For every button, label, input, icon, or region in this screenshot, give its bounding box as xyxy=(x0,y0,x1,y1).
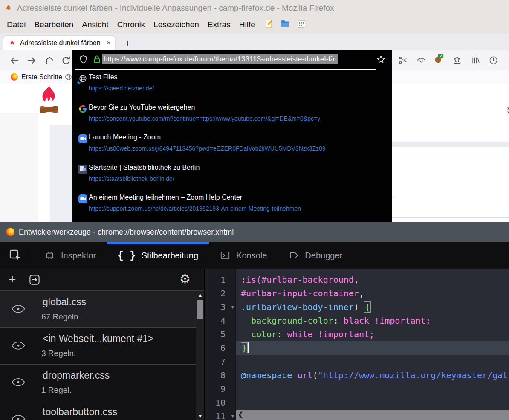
scroll-left-icon[interactable]: ❮ xyxy=(238,411,243,418)
bookmark-item[interactable]: Erste Schritte xyxy=(11,73,62,81)
line-number: 4 xyxy=(205,314,236,327)
cookie-consent-icon[interactable] xyxy=(434,54,444,64)
devtools-tab-konsole[interactable]: Konsole xyxy=(209,242,278,269)
screenshot-scissors-icon[interactable] xyxy=(398,55,408,65)
url-suggestion-row[interactable]: Startseite | Staatsbibliothek zu Berlinh… xyxy=(72,163,392,193)
camp-firefox-logo[interactable] xyxy=(37,84,61,119)
eye-visibility-icon[interactable] xyxy=(11,377,26,388)
urlbar[interactable]: https://www.camp-firefox.de/forum/thema/… xyxy=(72,50,392,69)
forward-icon[interactable] xyxy=(26,55,37,66)
history-clock-icon[interactable] xyxy=(489,55,498,65)
new-tab-button[interactable]: + xyxy=(121,37,134,49)
url-suggestion-row[interactable]: An einem Meeting teilnehmen – Zoom Help … xyxy=(72,193,392,223)
devtools-tab-inspektor[interactable]: Inspektor xyxy=(34,242,107,269)
back-icon[interactable] xyxy=(9,55,20,66)
devtools-window-title: Entwicklerwerkzeuge - chrome://browser/c… xyxy=(19,228,234,237)
globe-bookmark-icon: ★ xyxy=(78,74,87,83)
suggestion-url: https://us06web.zoom.us/j/84947113456?pw… xyxy=(89,145,326,152)
suggestion-url: https://consent.youtube.com/m?continue=h… xyxy=(89,115,320,122)
code-line[interactable]: 9 xyxy=(205,382,509,396)
menu-item-ansicht[interactable]: Ansicht xyxy=(78,18,113,31)
code-line[interactable]: 7 xyxy=(205,355,509,368)
line-number: 9 xyxy=(205,382,236,396)
stylesheet-rule-count: 3 Regeln. xyxy=(41,349,76,358)
reload-icon[interactable] xyxy=(61,55,71,66)
home-icon[interactable] xyxy=(44,55,55,66)
braces-icon: { } xyxy=(117,249,136,261)
zoom-icon xyxy=(78,194,87,203)
stylesheet-item[interactable]: global.css67 Regeln. xyxy=(0,291,204,328)
menu-item-extras[interactable]: Extras xyxy=(203,18,235,31)
stylesheet-name: global.css xyxy=(43,296,86,308)
editor-horizontal-scrollbar[interactable]: ❮ xyxy=(236,410,509,420)
menu-bar: DateiBearbeitenAnsichtChronikLesezeichen… xyxy=(0,16,509,33)
devtools-tab-label: Inspektor xyxy=(61,251,96,261)
library-icon[interactable] xyxy=(471,55,480,65)
suggestion-url: https://speed.hetzner.de/ xyxy=(89,85,154,92)
forum-divider xyxy=(392,217,509,218)
fold-arrow-icon[interactable]: ▼ xyxy=(231,301,234,314)
stylesheet-item[interactable]: dropmarker.css1 Regel. xyxy=(0,365,204,401)
urlbar-input[interactable]: https://www.camp-firefox.de/forum/thema/… xyxy=(102,54,338,64)
browser-tab[interactable]: Adressleiste dunkel färben - × xyxy=(3,36,115,50)
code-line[interactable]: 6} xyxy=(205,341,509,355)
urlbar-dropdown-panel: https://www.camp-firefox.de/forum/thema/… xyxy=(72,50,392,222)
scroll-down-icon[interactable]: ▼ xyxy=(196,413,204,419)
eye-visibility-icon[interactable] xyxy=(11,414,26,420)
styleeditor-source-editor[interactable]: 1:is(#urlbar-background,2#urlbar-input-c… xyxy=(205,269,509,420)
menu-item-datei[interactable]: Datei xyxy=(3,18,30,31)
devtools-tab-stilbearbeitung[interactable]: { }Stilbearbeitung xyxy=(107,242,209,269)
folder-icon[interactable] xyxy=(280,19,290,31)
code-line[interactable]: 8@namespace url("http://www.mozilla.org/… xyxy=(205,368,509,382)
code-line[interactable]: 5 color: white !important; xyxy=(205,327,509,341)
lock-icon[interactable] xyxy=(92,55,102,64)
stylesheet-name: dropmarker.css xyxy=(43,370,110,381)
fold-arrow-icon[interactable]: ▼ xyxy=(231,410,234,420)
scrollbar-thumb[interactable] xyxy=(197,300,203,319)
tab-title: Adressleiste dunkel färben - xyxy=(20,39,102,47)
stylesheet-name: <in Webseit...kument #1> xyxy=(43,333,153,345)
camp-firefox-flame-icon xyxy=(4,4,13,12)
devtools-toolbox-tabbar: Inspektor{ }StilbearbeitungKonsoleDebugg… xyxy=(0,242,509,269)
stylesheet-item[interactable]: toolbarbutton.css xyxy=(0,401,204,420)
url-suggestion-row[interactable]: ★Test Fileshttps://speed.hetzner.de/ xyxy=(72,72,392,103)
bookmark-tray-icon[interactable] xyxy=(452,55,462,65)
code-line[interactable]: 10 xyxy=(205,396,509,409)
sheet-list-scrollbar[interactable]: ▲ ▼ xyxy=(196,291,204,420)
devtools-tab-debugger[interactable]: Debugger xyxy=(278,242,353,269)
url-suggestion-row[interactable]: Bevor Sie zu YouTube weitergehenhttps://… xyxy=(72,103,392,133)
flame-favicon xyxy=(9,40,16,47)
code-line[interactable]: 1:is(#urlbar-background, xyxy=(205,273,509,287)
line-number: 3▼ xyxy=(205,300,236,314)
import-stylesheet-icon[interactable] xyxy=(28,273,41,286)
grid-icon[interactable] xyxy=(296,19,307,31)
scroll-up-icon[interactable]: ▲ xyxy=(196,292,204,298)
devtools-tab-label: Konsole xyxy=(236,251,267,261)
menu-item-bearbeiten[interactable]: Bearbeiten xyxy=(30,18,78,31)
note-icon[interactable] xyxy=(264,19,274,31)
shield-icon[interactable] xyxy=(78,55,88,64)
line-number: 11▼ xyxy=(205,409,236,420)
element-picker-icon[interactable] xyxy=(6,247,25,264)
console-icon xyxy=(220,250,231,261)
menu-item-lesezeichen[interactable]: Lesezeichen xyxy=(149,18,203,31)
stylesheet-item[interactable]: <in Webseit...kument #1>3 Regeln. xyxy=(0,328,204,365)
tab-close-icon[interactable]: × xyxy=(107,39,111,47)
menu-item-chronik[interactable]: Chronik xyxy=(113,18,149,31)
code-line[interactable]: 4 background-color: black !important; xyxy=(205,314,509,327)
globe-bookmark-icon[interactable] xyxy=(64,73,72,81)
eye-visibility-icon[interactable] xyxy=(11,341,26,351)
browser-titlebar: Adressleiste dunkel färben - Individuell… xyxy=(0,0,509,16)
url-suggestion-row[interactable]: Launch Meeting - Zoomhttps://us06web.zoo… xyxy=(72,133,392,163)
clipped-extension-icon[interactable] xyxy=(505,106,509,115)
code-line[interactable]: 2#urlbar-input-container, xyxy=(205,287,509,300)
code-line[interactable]: 3▼.urlbarView-body-inner) { xyxy=(205,300,509,314)
options-gear-icon[interactable]: ⚙ xyxy=(179,272,191,286)
screen: Adressleiste dunkel färben - Individuell… xyxy=(0,0,509,420)
bookmark-star-icon[interactable] xyxy=(376,55,386,64)
new-stylesheet-icon[interactable]: + xyxy=(9,272,16,287)
menu-item-hilfe[interactable]: Hilfe xyxy=(235,18,260,31)
eye-visibility-icon[interactable] xyxy=(11,304,26,314)
handshake-icon[interactable] xyxy=(416,55,426,65)
inspector-icon xyxy=(44,250,55,261)
